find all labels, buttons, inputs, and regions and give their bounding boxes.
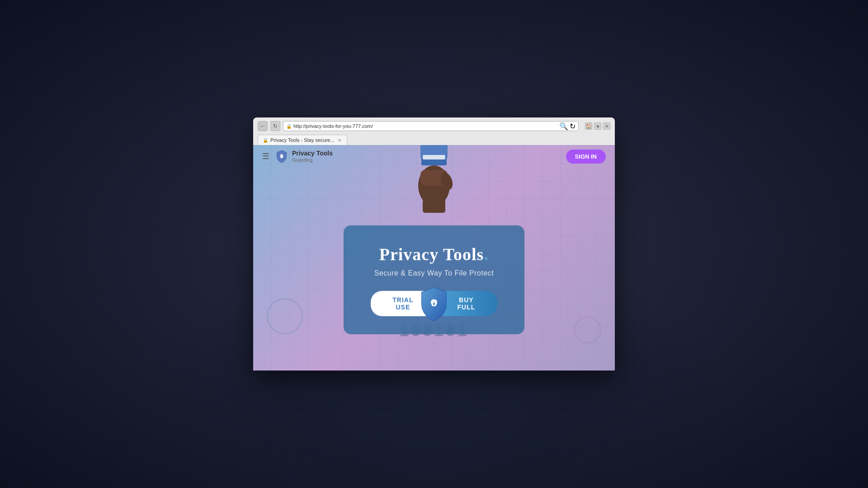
- address-bar[interactable]: 🔒 http://privacy-tools-for-you-777.com/ …: [283, 121, 579, 131]
- forward-button[interactable]: ↻: [270, 121, 280, 131]
- hero-card: Privacy Tools. Secure & Easy Way To File…: [344, 225, 524, 334]
- website-nav: ☰ Privacy Tools Guarding SIGN IN: [253, 145, 615, 168]
- address-bar-icons: 🔍 ↻: [559, 122, 576, 131]
- sign-in-button[interactable]: SIGN IN: [566, 150, 606, 164]
- home-button[interactable]: 🏠: [585, 122, 592, 130]
- svg-rect-7: [423, 199, 445, 213]
- back-button[interactable]: ←: [258, 121, 268, 131]
- tab-favicon: 🔒: [263, 138, 268, 143]
- browser-tabs: 🔒 Privacy Tools - Stay secure... ✕: [258, 135, 610, 145]
- search-icon[interactable]: 🔍: [559, 122, 568, 131]
- bookmark-button[interactable]: ★: [594, 122, 601, 130]
- settings-button[interactable]: ✕: [603, 122, 610, 130]
- nav-logo-title: Privacy Tools: [292, 150, 333, 157]
- browser-toolbar: ← ↻ 🔒 http://privacy-tools-for-you-777.c…: [258, 121, 610, 131]
- nav-logo: Privacy Tools Guarding: [275, 150, 333, 163]
- browser-chrome: ← ↻ 🔒 http://privacy-tools-for-you-777.c…: [253, 117, 615, 145]
- hero-title-dot: .: [484, 244, 489, 264]
- browser-window: ← ↻ 🔒 http://privacy-tools-for-you-777.c…: [253, 117, 615, 371]
- website-content: ☰ Privacy Tools Guarding SIGN IN: [253, 145, 615, 371]
- address-lock-icon: 🔒: [286, 124, 292, 129]
- tab-title: Privacy Tools - Stay secure...: [270, 137, 335, 143]
- hero-subtitle: Secure & Easy Way To File Protect: [371, 269, 497, 277]
- nav-logo-subtitle: Guarding: [292, 157, 333, 163]
- menu-icon[interactable]: ☰: [262, 151, 269, 161]
- svg-rect-13: [434, 303, 434, 305]
- refresh-icon[interactable]: ↻: [570, 122, 576, 131]
- window-controls: 🏠 ★ ✕: [585, 122, 610, 130]
- logo-shield-icon: [275, 150, 288, 163]
- nav-logo-text: Privacy Tools Guarding: [292, 150, 333, 163]
- hero-actions: TRIAL USE: [371, 291, 497, 316]
- url-text: http://privacy-tools-for-you-777.com/: [293, 123, 557, 129]
- browser-tab[interactable]: 🔒 Privacy Tools - Stay secure... ✕: [258, 135, 347, 145]
- center-shield-icon: [418, 285, 450, 321]
- svg-rect-1: [281, 156, 283, 158]
- decorative-circle-1: [267, 298, 303, 334]
- tab-close-button[interactable]: ✕: [337, 138, 342, 143]
- decorative-circle-2: [574, 316, 601, 343]
- hero-title: Privacy Tools.: [371, 243, 497, 264]
